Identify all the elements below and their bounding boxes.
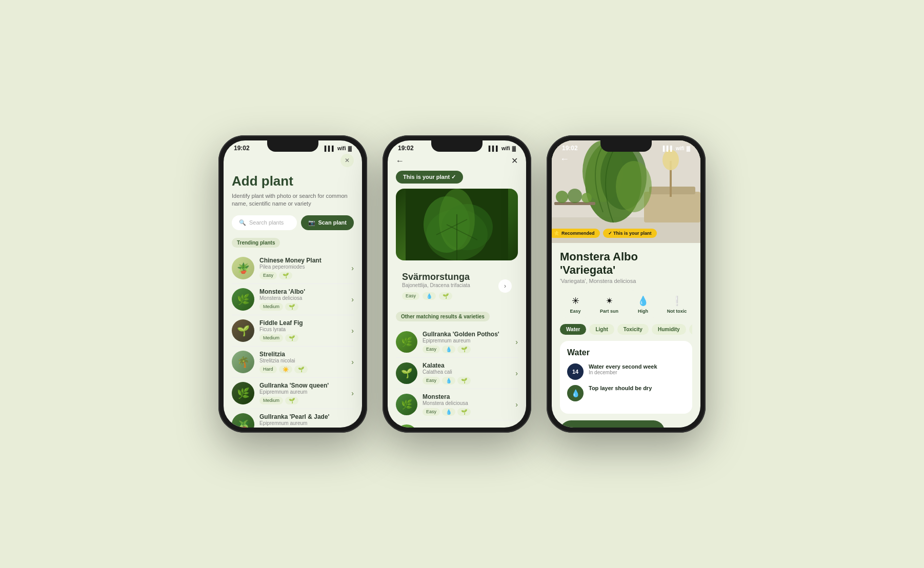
battery-icon-3: ▓ <box>687 146 690 151</box>
trait-icon-3: ❕ <box>671 295 682 307</box>
plant-info-3: Strelitzia Strelitzia nicolai Hard ☀️ 🌱 <box>259 351 346 373</box>
result-item-1[interactable]: 🌱 Kalatea Calathea cali Easy 💧 🌱 › <box>396 358 518 389</box>
list-item[interactable]: 🪴 Gullranka 'Pearl & Jade' Epipremnum au… <box>232 409 354 428</box>
trait-label-0: Easy <box>570 309 580 314</box>
scan-label: Scan plant <box>318 219 347 226</box>
plant-info-5: Gullranka 'Pearl & Jade' Epipremnum aure… <box>259 413 346 428</box>
favorite-button[interactable]: ♡ <box>670 420 692 428</box>
camera-icon: 📷 <box>308 219 315 226</box>
close-button-1[interactable]: ✕ <box>340 154 354 167</box>
icon-tag-2: 🌱 <box>285 334 298 342</box>
search-input[interactable]: 🔍 Search plants <box>232 215 297 230</box>
trait-icon-1: ✴ <box>606 295 613 307</box>
this-plant-badge: ✓ This is your plant <box>603 229 657 238</box>
status-icons-2: ▌▌▌ wifi ▓ <box>489 146 516 151</box>
phones-container: 19:02 ▌▌▌ wifi ▓ ✕ Add plant Identify pl… <box>218 135 706 433</box>
this-is-plant-badge: This is your plant ✓ <box>396 171 463 184</box>
add-plant-subtitle: Identify plant with photo or search for … <box>232 192 354 208</box>
star-icon: ⭐ <box>554 231 559 236</box>
wifi-icon-3: wifi <box>676 146 685 151</box>
signal-icon-2: ▌▌▌ <box>489 146 499 151</box>
phone-2-content: ← ✕ This is your plant ✓ <box>388 154 526 428</box>
plant-scan-image <box>396 189 518 260</box>
result-item-2[interactable]: 🌿 Monstera Monstera deliciousa Easy 💧 🌱 … <box>396 389 518 420</box>
trait-card-0: ✳ Easy <box>560 290 591 318</box>
svg-rect-11 <box>644 192 700 222</box>
list-item[interactable]: 🌱 Fiddle Leaf Fig Ficus lyrata Medium 🌱 … <box>232 315 354 347</box>
plant-info-0: Chinese Money Plant Pilea peperomiodes E… <box>259 257 346 279</box>
other-results-label: Other matching results & varieties <box>396 312 490 321</box>
list-arrow-5: › <box>351 420 354 428</box>
plant-thumb-3: 🌴 <box>232 351 254 373</box>
match-plant-name: Svärmorstunga <box>402 272 512 282</box>
svg-point-22 <box>581 193 592 203</box>
match-tags: Easy 💧 🌱 <box>402 292 512 300</box>
tab-humidity[interactable]: Humidity <box>652 324 686 335</box>
list-item[interactable]: 🌴 Strelitzia Strelitzia nicolai Hard ☀️ … <box>232 347 354 378</box>
phone-1-content: ✕ Add plant Identify plant with photo or… <box>224 154 362 428</box>
plant-thumb-4: 🌿 <box>232 382 254 404</box>
hero-badges: ⭐ Recommended ✓ This is your plant <box>552 229 657 238</box>
water-drop-badge-1: 💧 <box>567 385 584 401</box>
plant-info-4: Gullranka 'Snow queen' Epipremnum aureum… <box>259 382 346 404</box>
water-number-badge-0: 14 <box>567 363 584 380</box>
signal-icon-3: ▌▌▌ <box>663 146 674 151</box>
result-arrow-1: › <box>515 369 518 377</box>
water-entry-sub-0: In december <box>589 370 657 375</box>
list-item[interactable]: 🪴 Chinese Money Plant Pilea peperomiodes… <box>232 253 354 284</box>
time-3: 19:02 <box>562 145 578 152</box>
tab-light[interactable]: Light <box>589 324 614 335</box>
back-arrow-3[interactable]: ← <box>560 154 569 165</box>
plant-detail-body: Monstera Albo 'Variegata' 'Variegata', M… <box>552 243 700 414</box>
plant-thumb-1: 🌿 <box>232 288 254 311</box>
phone-2-header: ← ✕ <box>396 154 518 171</box>
difficulty-tag-2: Medium <box>259 334 283 342</box>
plant-thumb-5: 🪴 <box>232 413 254 428</box>
svg-point-18 <box>616 161 652 212</box>
tab-water[interactable]: Water <box>560 324 586 335</box>
status-icons-3: ▌▌▌ wifi ▓ <box>663 146 690 151</box>
trait-icon-2: 💧 <box>637 295 649 307</box>
top-match-card[interactable]: Svärmorstunga Bajonettlija, Dracena trif… <box>396 266 518 306</box>
plant-info-1: Monstera 'Albo' Monstera deliciosa Mediu… <box>259 288 346 311</box>
this-plant-label: ✓ This is your plant <box>608 231 652 236</box>
result-thumb-0: 🌿 <box>396 331 417 353</box>
water-entry-main-1: Top layer should be dry <box>589 385 652 391</box>
search-icon: 🔍 <box>239 219 246 226</box>
list-item[interactable]: 🌿 Monstera 'Albo' Monstera deliciosa Med… <box>232 284 354 315</box>
phone-3-screen: 19:02 ▌▌▌ wifi ▓ ← <box>552 140 700 428</box>
result-item-0[interactable]: 🌿 Gullranka 'Golden Pothos' Epipremnum a… <box>396 327 518 358</box>
close-button-2[interactable]: ✕ <box>511 156 518 166</box>
match-scientific: Bajonettlija, Dracena trifaciata <box>402 282 512 288</box>
status-icons-1: ▌▌▌ wifi ▓ <box>325 146 352 151</box>
trait-card-2: 💧 High <box>628 290 658 318</box>
trait-label-3: Not toxic <box>667 309 687 314</box>
icon-tag-1: 🌱 <box>285 303 298 311</box>
tab-problems[interactable]: Problems & Pe <box>689 324 692 335</box>
svg-rect-12 <box>649 187 695 194</box>
add-plant-title: Add plant <box>232 173 354 189</box>
match-chevron[interactable]: › <box>498 279 512 293</box>
header-nav-3: ← <box>552 154 700 165</box>
difficulty-tag-1: Medium <box>259 303 283 311</box>
tab-toxicity[interactable]: Toxicity <box>617 324 649 335</box>
result-item-3[interactable]: 🪴 Gullranka 'Golden Pothos' Easy › <box>396 420 518 428</box>
scan-plant-button[interactable]: 📷 Scan plant <box>301 215 354 230</box>
plant-info-2: Fiddle Leaf Fig Ficus lyrata Medium 🌱 <box>259 319 346 342</box>
phone-1-screen: 19:02 ▌▌▌ wifi ▓ ✕ Add plant Identify pl… <box>224 140 362 428</box>
water-section-card: Water 14 Water every second week In dece… <box>560 341 692 414</box>
notch-3 <box>600 140 652 152</box>
time-2: 19:02 <box>398 145 414 152</box>
match-difficulty-tag: Easy <box>402 292 419 300</box>
trait-card-3: ❕ Not toxic <box>661 290 692 318</box>
time-1: 19:02 <box>234 145 250 152</box>
back-arrow-2[interactable]: ← <box>396 156 404 166</box>
list-item[interactable]: 🌿 Gullranka 'Snow queen' Epipremnum aure… <box>232 378 354 409</box>
trait-grid: ✳ Easy ✴ Part sun 💧 High ❕ Not toxic <box>560 290 692 318</box>
wifi-icon-2: wifi <box>501 146 510 151</box>
water-section-title: Water <box>567 348 685 357</box>
recommended-badge: ⭐ Recommended <box>552 229 600 238</box>
icon-tag-0: 🌱 <box>279 272 292 279</box>
notch-1 <box>267 140 318 152</box>
add-plant-button[interactable]: Add plant <box>560 420 665 428</box>
